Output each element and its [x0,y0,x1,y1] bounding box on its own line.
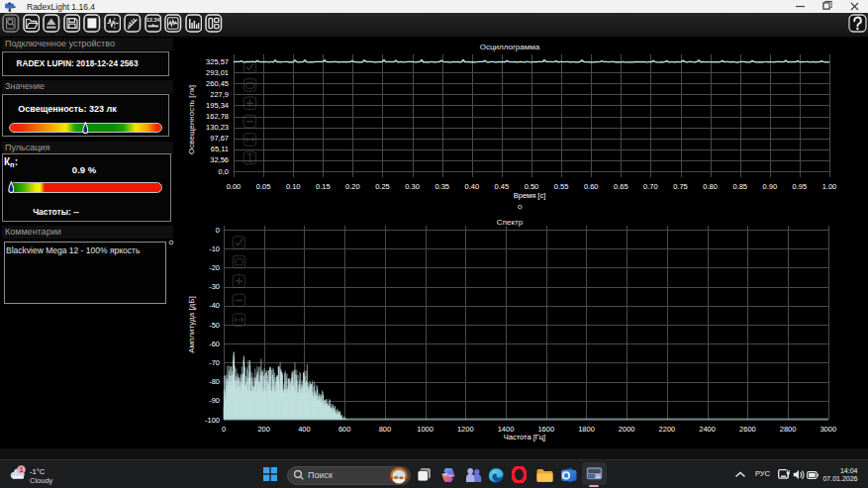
svg-text:-10: -10 [209,244,220,253]
svg-text:2000: 2000 [619,425,635,434]
svg-text:2800: 2800 [780,425,797,434]
svg-text:0.45: 0.45 [495,182,510,191]
svg-text:293,01: 293,01 [206,68,229,77]
svg-text:0.85: 0.85 [732,182,747,191]
svg-text:2200: 2200 [659,425,676,434]
svg-text:130,23: 130,23 [206,123,229,132]
svg-text:195,34: 195,34 [206,101,229,110]
svg-text:-80: -80 [209,377,220,386]
svg-text:0.90: 0.90 [762,182,777,191]
svg-text:1000: 1000 [417,425,434,434]
svg-text:-30: -30 [209,282,220,291]
svg-text:-60: -60 [209,340,220,348]
svg-text:260,45: 260,45 [206,79,229,88]
svg-text:0.00: 0.00 [227,182,241,191]
svg-text:0.20: 0.20 [345,182,360,191]
svg-text:800: 800 [379,425,392,434]
svg-text:0.65: 0.65 [614,182,628,191]
svg-text:-100: -100 [205,416,220,425]
svg-text:2600: 2600 [739,425,756,434]
svg-text:Освещенность [лк]: Освещенность [лк] [187,85,196,154]
svg-text:0.75: 0.75 [673,182,688,191]
svg-text:200: 200 [257,425,270,434]
svg-text:0.30: 0.30 [405,182,420,191]
svg-text:2400: 2400 [699,425,716,434]
svg-text:Время [с]: Время [с] [514,191,546,200]
svg-text:Амплитуда [дБ]: Амплитуда [дБ] [187,296,196,353]
svg-text:3000: 3000 [820,425,836,434]
svg-text:0.10: 0.10 [286,182,301,191]
svg-text:-70: -70 [209,358,220,367]
svg-text:97,67: 97,67 [210,134,229,143]
svg-text:1.00: 1.00 [822,182,837,191]
svg-text:325,57: 325,57 [206,57,229,66]
svg-text:0: 0 [222,425,226,434]
svg-text:0,0: 0,0 [219,167,229,176]
svg-text:Спектр: Спектр [497,218,524,227]
svg-text:-90: -90 [209,396,220,405]
svg-text:-20: -20 [209,263,220,272]
svg-text:0.35: 0.35 [434,182,449,191]
svg-text:1800: 1800 [578,425,595,434]
svg-text:1200: 1200 [457,425,474,434]
svg-text:0.60: 0.60 [584,182,599,191]
svg-text:227,9: 227,9 [210,90,229,99]
svg-text:0.05: 0.05 [256,182,271,191]
svg-text:0.15: 0.15 [316,182,331,191]
svg-text:0.55: 0.55 [554,182,569,191]
svg-text:-50: -50 [209,321,220,330]
svg-text:65,11: 65,11 [211,145,229,153]
svg-text:Частота [Гц]: Частота [Гц] [504,433,545,441]
svg-text:400: 400 [298,425,311,434]
svg-text:32,56: 32,56 [210,155,229,164]
svg-text:-40: -40 [209,301,220,310]
svg-text:600: 600 [338,425,351,434]
svg-text:0.70: 0.70 [643,182,658,191]
svg-text:Осциллограмма: Осциллограмма [480,43,540,51]
svg-text:0.40: 0.40 [464,182,479,191]
svg-text:162,78: 162,78 [206,112,229,121]
svg-text:0.95: 0.95 [793,182,808,191]
svg-text:0.25: 0.25 [375,182,390,191]
svg-text:0: 0 [216,226,220,235]
svg-text:0.80: 0.80 [703,182,718,191]
svg-text:1: 1 [19,466,23,473]
